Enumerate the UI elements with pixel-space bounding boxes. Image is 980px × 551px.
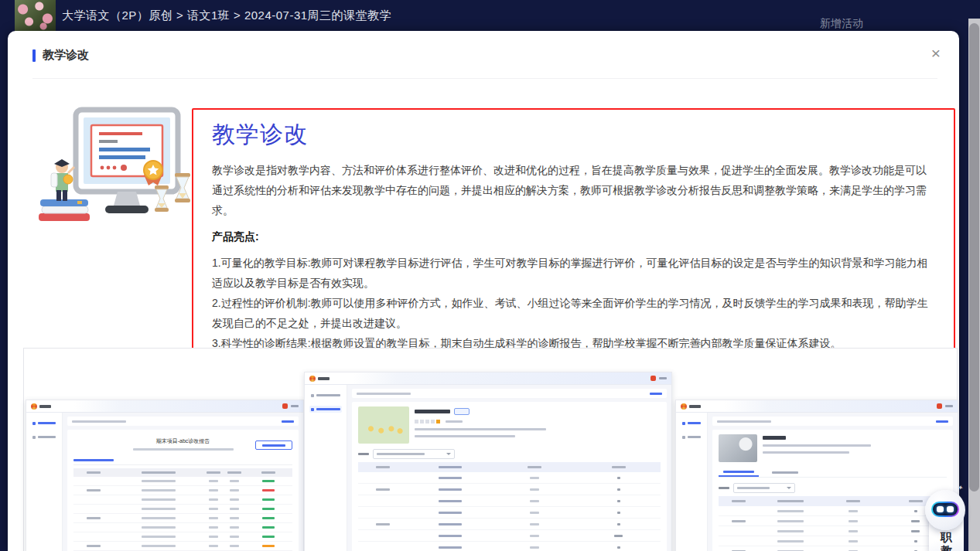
course-cover-image [15,0,56,31]
mini-table-row [73,505,292,514]
mini-course-card [352,402,667,551]
mini-tabs [719,468,947,478]
page-scrollbar-thumb[interactable] [969,23,979,491]
teaching-diagnosis-dialog: 教学诊改 × [8,31,959,551]
mini-avatar [937,403,942,409]
mini-logo-icon [31,403,37,410]
mini-table-row [73,542,292,551]
sparkle-icon: ✦ [957,483,965,492]
mini-breadcrumb [67,417,299,426]
mini-table-row [73,523,292,532]
highlight-item: 1.可量化的教学目标:教师可对课程教学目标进行评估，学生可对教学目标的掌握进行评… [212,253,935,293]
mini-table-row [719,526,947,536]
mini-breadcrumb [712,417,953,426]
screenshot-gallery: 期末项目-abc诊改报告 [23,348,958,551]
highlights-list: 1.可量化的教学目标:教师可对课程教学目标进行评估，学生可对教学目标的掌握进行评… [212,253,935,353]
new-activity-button[interactable]: 新增活动 [820,17,863,31]
mini-table-row [358,530,661,542]
mini-term-select [358,449,661,459]
mini-download-button [255,440,292,450]
mini-table [719,496,947,551]
mini-table-row [73,495,292,505]
mini-sidebar [305,385,347,551]
app-screen: 大学语文（2P）原创 > 语文1班 > 2024-07-31周三的课堂教学 新增… [0,0,980,551]
teaching-illustration [31,99,190,226]
mini-table [73,468,292,551]
mini-table-row [719,536,947,546]
highlight-item: 2.过程性的评价机制:教师可以使用多种评价方式，如作业、考试、小组过论等来全面评… [212,293,935,333]
top-navbar: 大学语文（2P）原创 > 语文1班 > 2024-07-31周三的课堂教学 新增… [0,0,980,31]
mini-breadcrumb [352,389,667,398]
mini-course-cover [358,406,409,444]
mini-table-row [73,532,292,542]
breadcrumb[interactable]: 大学语文（2P）原创 > 语文1班 > 2024-07-31周三的课堂教学 [62,9,391,23]
mini-table-row [358,507,661,519]
mini-logo-icon [309,376,316,382]
chevron-down-icon [787,487,791,489]
mini-logo-icon [681,403,687,410]
mini-report-card: 期末项目-abc诊改报告 [67,430,299,551]
mini-table [358,462,661,551]
feature-heading: 教学诊改 [212,119,935,151]
mini-table-row [358,495,661,507]
mini-table-row [358,519,661,530]
mini-table-row [73,514,292,523]
mini-avatar [282,403,288,409]
mini-sidebar [26,413,63,551]
mini-table-row [358,542,661,551]
mini-term-select [719,483,947,493]
mini-photo [719,434,757,462]
header-divider [32,78,937,79]
dialog-title: 教学诊改 [43,48,89,63]
mini-table-row [358,472,661,484]
chevron-down-icon [446,453,451,455]
mini-table-row [719,516,947,526]
screenshot-thumbnail-report[interactable]: 期末项目-abc诊改报告 [26,400,304,551]
highlights-label: 产品亮点: [212,230,935,244]
mini-table-row [719,546,947,551]
assistant-robot-icon[interactable] [925,490,965,530]
mini-table-row [73,477,292,486]
feature-paragraph: 教学诊改是指对教学内容、方法和评价体系进行整体评价、改进和优化的过程，旨在提高教… [212,160,935,220]
screenshot-thumbnail-course[interactable] [304,372,672,551]
mini-avatar [650,376,656,381]
dialog-header: 教学诊改 × [8,31,959,79]
assistant-label: 职教 [940,530,953,551]
close-icon[interactable]: × [931,45,941,61]
mini-topbar [305,372,671,385]
feature-description-panel: 教学诊改 教学诊改是指对教学内容、方法和评价体系进行整体评价、改进和优化的过程，… [192,108,955,364]
mini-table-row [719,506,947,516]
mini-sidebar [676,413,708,551]
mini-table-row [73,486,292,495]
mini-table-row [358,484,661,495]
mini-detail-card [712,430,953,551]
mini-topbar [676,400,958,413]
screenshot-thumbnail-detail[interactable] [675,400,958,551]
mini-topbar [26,400,303,413]
title-accent-bar [32,49,36,62]
